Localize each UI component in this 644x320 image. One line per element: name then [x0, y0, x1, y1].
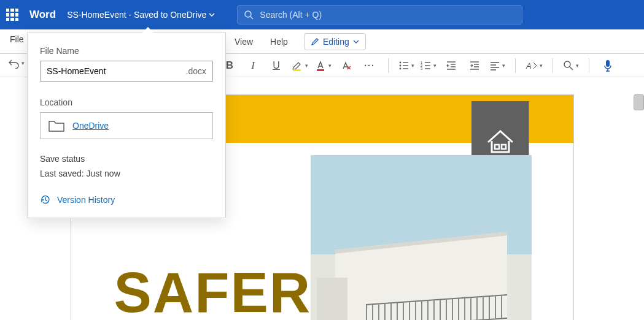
numbering-button[interactable]: 123 ▾	[421, 60, 436, 71]
svg-rect-33	[502, 145, 506, 149]
chevron-down-icon: ▾	[21, 60, 25, 66]
app-launcher-icon[interactable]	[6, 9, 18, 21]
search-icon	[563, 60, 574, 71]
chevron-down-icon	[353, 39, 359, 45]
hero-image	[311, 155, 532, 320]
chevron-down-icon: ▾	[433, 63, 436, 69]
version-history-link[interactable]: Version History	[40, 194, 213, 205]
bullet-list-icon	[398, 60, 409, 71]
underline-button[interactable]: U	[268, 57, 285, 74]
chevron-down-icon	[209, 12, 215, 18]
app-name: Word	[29, 9, 56, 21]
filename-label: File Name	[40, 46, 213, 56]
clear-format-icon	[341, 60, 352, 71]
separator	[553, 58, 553, 73]
bullets-button[interactable]: ▾	[398, 60, 414, 71]
svg-point-4	[400, 61, 402, 63]
undo-button[interactable]: ▾	[7, 58, 25, 69]
filename-input-wrap[interactable]: .docx	[40, 61, 213, 82]
find-button[interactable]: ▾	[563, 60, 579, 71]
align-left-icon	[489, 60, 500, 71]
chevron-down-icon: ▾	[328, 63, 332, 69]
svg-rect-3	[317, 69, 324, 71]
svg-rect-2	[293, 69, 301, 71]
more-formatting-button[interactable]: ···	[361, 57, 378, 74]
svg-point-29	[564, 61, 570, 67]
save-status-value: Last saved: Just now	[40, 169, 213, 178]
decrease-indent-button[interactable]	[443, 57, 460, 74]
separator	[515, 58, 516, 73]
location-link[interactable]: OneDrive	[72, 121, 109, 131]
chevron-down-icon: ▾	[502, 63, 505, 69]
number-list-icon: 123	[421, 60, 432, 71]
filename-flyout: File Name .docx Location OneDrive Save s…	[27, 32, 226, 218]
chevron-down-icon: ▾	[411, 63, 414, 69]
highlight-button[interactable]: ▾	[291, 59, 308, 72]
folder-icon	[48, 119, 65, 132]
font-color-icon	[314, 59, 327, 72]
svg-point-6	[400, 67, 402, 69]
svg-rect-32	[495, 145, 499, 149]
pen-icon	[311, 37, 319, 46]
undo-icon	[7, 58, 20, 69]
editing-mode-label: Editing	[323, 37, 349, 47]
history-icon	[40, 194, 51, 205]
location-button[interactable]: OneDrive	[40, 112, 213, 139]
version-history-label: Version History	[57, 195, 115, 205]
search-placeholder: Search (Alt + Q)	[260, 10, 322, 20]
filename-input[interactable]	[47, 66, 186, 76]
tab-help[interactable]: Help	[269, 34, 289, 49]
dictate-button[interactable]	[599, 57, 616, 74]
svg-point-0	[245, 11, 251, 17]
search-icon	[244, 10, 254, 20]
chevron-down-icon: ▾	[540, 63, 543, 69]
indent-icon	[469, 60, 480, 71]
tab-view[interactable]: View	[233, 34, 254, 49]
svg-line-30	[570, 67, 573, 70]
chevron-down-icon: ▾	[305, 63, 308, 69]
document-title-dropdown[interactable]: SS-HomeEvent - Saved to OneDrive	[67, 10, 215, 20]
separator	[388, 58, 389, 73]
svg-rect-31	[606, 60, 610, 67]
scrollbar-thumb[interactable]	[634, 94, 644, 110]
svg-line-1	[250, 17, 253, 19]
editing-mode-dropdown[interactable]: Editing	[304, 33, 366, 50]
highlighter-icon	[291, 59, 303, 72]
location-label: Location	[40, 97, 213, 107]
hero-heading: SAFER	[114, 261, 312, 320]
increase-indent-button[interactable]	[466, 57, 483, 74]
styles-icon: A	[526, 60, 538, 71]
svg-text:A: A	[526, 61, 532, 70]
italic-button[interactable]: I	[244, 57, 262, 74]
microphone-icon	[603, 59, 613, 72]
separator	[589, 58, 589, 73]
font-color-button[interactable]: ▾	[314, 59, 332, 72]
filename-extension: .docx	[186, 66, 206, 76]
document-title-text: SS-HomeEvent - Saved to OneDrive	[67, 10, 206, 20]
styles-button[interactable]: A ▾	[526, 60, 543, 71]
align-button[interactable]: ▾	[489, 60, 505, 71]
chevron-down-icon: ▾	[576, 63, 579, 69]
save-status-label: Save status	[40, 154, 213, 164]
tab-file[interactable]: File	[10, 34, 24, 44]
outdent-icon	[446, 60, 457, 71]
clear-formatting-button[interactable]	[338, 57, 355, 74]
search-input[interactable]: Search (Alt + Q)	[237, 5, 522, 25]
svg-point-5	[400, 64, 402, 66]
svg-text:3: 3	[421, 67, 423, 70]
